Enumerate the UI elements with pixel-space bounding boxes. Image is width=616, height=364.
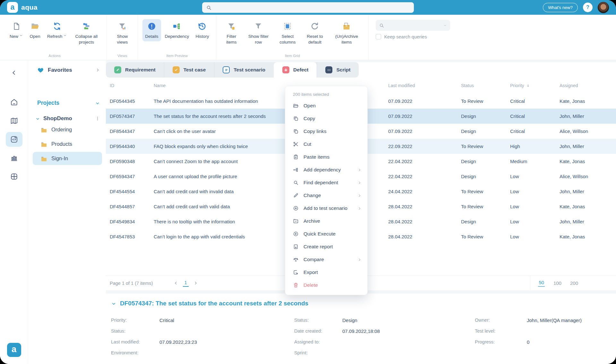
menu-item-change[interactable]: Change: [285, 189, 367, 202]
field-label: Environment:: [111, 350, 159, 355]
tree-folder-sign-in[interactable]: Sign-In: [33, 152, 102, 165]
cell-status: Design: [461, 128, 510, 134]
cell-priority: Low: [510, 174, 560, 179]
tree-folder-ordering[interactable]: Ordering: [33, 123, 102, 136]
keep-search-queries-checkbox[interactable]: [376, 34, 381, 39]
tab-test-scenario[interactable]: Test scenario: [214, 62, 274, 78]
scissors-icon: [293, 141, 299, 147]
rail-item-reports[interactable]: [6, 151, 22, 165]
copy-icon: [293, 116, 299, 121]
rail-item-dashboard[interactable]: [6, 169, 22, 184]
favorites-row[interactable]: Favorites: [33, 67, 102, 73]
select-columns-button[interactable]: Select columns: [275, 19, 300, 47]
chevron-down-icon[interactable]: [111, 301, 116, 306]
menu-item-add-dependency[interactable]: Add dependency: [285, 163, 367, 176]
detail-title-row[interactable]: DF0574347: The set status for the accoun…: [111, 300, 616, 307]
prev-page-button[interactable]: [174, 281, 178, 285]
field-label: Date created:: [294, 328, 342, 334]
chevron-down-icon[interactable]: [443, 23, 447, 27]
collapse-projects-icon: [82, 21, 91, 31]
column-header-last-modified[interactable]: Last modified: [388, 83, 461, 88]
cell-priority: Low: [510, 219, 560, 224]
page-size-selector: 50 100 200: [530, 276, 616, 290]
rail-item-home[interactable]: [6, 95, 22, 110]
menu-item-delete[interactable]: Delete: [285, 279, 367, 292]
new-button[interactable]: New: [7, 19, 25, 41]
ribbon-search-group: Keep search queries: [369, 15, 450, 60]
grid-search-input[interactable]: [376, 20, 450, 31]
menu-item-export[interactable]: Export: [285, 266, 367, 279]
tab-defect[interactable]: Defect: [274, 62, 317, 78]
field-label: Progress:: [475, 339, 527, 344]
chevron-down-icon[interactable]: [35, 116, 40, 121]
keep-search-queries[interactable]: Keep search queries: [376, 34, 427, 39]
ribbon-group-label: Views: [107, 54, 138, 58]
global-search-input[interactable]: [202, 2, 414, 13]
dependency-button[interactable]: Dependency: [162, 19, 192, 41]
kebab-menu-icon[interactable]: [95, 116, 100, 121]
help-button[interactable]: ?: [583, 3, 593, 12]
menu-item-copy-links[interactable]: Copy links: [285, 125, 367, 138]
details-button[interactable]: Details: [142, 19, 161, 41]
menu-item-paste[interactable]: Paste items: [285, 151, 367, 163]
reset-to-default-button[interactable]: Reset to default: [302, 19, 328, 47]
show-filter-row-button[interactable]: Show filter row: [243, 19, 273, 47]
cell-priority: Low: [510, 204, 560, 209]
item-code-icon: [10, 135, 18, 144]
rail-item-items[interactable]: [6, 132, 22, 147]
cell-modified: 07.09.2022: [388, 113, 461, 119]
details-icon: [147, 21, 156, 31]
tab-script[interactable]: Script: [317, 62, 359, 78]
test-case-icon: [173, 66, 180, 73]
tab-test-case[interactable]: Test case: [164, 62, 214, 78]
page-size-100[interactable]: 100: [553, 280, 561, 286]
cell-assigned: Kate, Jonas: [560, 234, 616, 239]
detail-title: DF0574347: The set status for the accoun…: [120, 300, 308, 307]
unarchive-items-button[interactable]: (Un)Archive items: [329, 19, 364, 47]
requirement-icon: [114, 66, 121, 73]
menu-item-compare[interactable]: Compare: [285, 253, 367, 266]
page-number[interactable]: 1: [183, 279, 189, 287]
tree-folder-products[interactable]: Products: [33, 137, 102, 151]
menu-item-archive[interactable]: Archive: [285, 215, 367, 228]
rail-item-map[interactable]: [6, 113, 22, 128]
menu-item-add-to-test-scenario[interactable]: Add to test scenario: [285, 202, 367, 215]
column-header-id[interactable]: ID: [110, 83, 154, 88]
menu-item-open[interactable]: Open: [285, 99, 367, 112]
whats-new-button[interactable]: What's new?: [543, 3, 578, 12]
ribbon-group-label: Item Grid: [216, 54, 368, 58]
menu-item-cut[interactable]: Cut: [285, 138, 367, 151]
next-page-button[interactable]: [193, 281, 198, 285]
column-header-assigned[interactable]: Assigned: [560, 83, 616, 88]
menu-item-create-report[interactable]: Create report: [285, 240, 367, 253]
tab-requirement[interactable]: Requirement: [106, 62, 164, 78]
grid-icon: [10, 172, 18, 181]
field-value: 07.09.2022,23:23: [159, 339, 197, 345]
cell-modified: 24.04.2022: [388, 189, 461, 194]
user-avatar[interactable]: [598, 2, 609, 13]
show-views-button[interactable]: Show views: [111, 19, 133, 47]
projects-header[interactable]: Projects: [33, 100, 102, 106]
icon-rail: a: [0, 60, 28, 364]
menu-item-copy[interactable]: Copy: [285, 112, 367, 125]
menu-item-find-dependent[interactable]: Find dependent: [285, 176, 367, 189]
menu-item-quick-execute[interactable]: Quick Execute: [285, 228, 367, 240]
tree-node-shopdemo[interactable]: ShopDemo: [33, 115, 102, 122]
column-header-priority[interactable]: Priority: [510, 83, 560, 88]
chevron-left-icon: [11, 69, 18, 76]
collapse-all-projects-button[interactable]: Collapse all projects: [71, 19, 102, 47]
filter-items-button[interactable]: Filter items: [221, 19, 242, 47]
cell-status: Design: [461, 174, 510, 179]
cell-id: DF9544340: [110, 144, 154, 149]
history-button[interactable]: History: [193, 19, 211, 41]
detail-column-2: Status:Design Date created:07.09.2022,18…: [294, 315, 475, 358]
open-button[interactable]: Open: [27, 19, 43, 41]
field-label: Assigned to:: [294, 339, 342, 344]
grid-search-field[interactable]: [387, 23, 441, 28]
refresh-button[interactable]: Refresh: [45, 19, 69, 41]
chevron-right-icon: [357, 258, 362, 262]
collapse-panel-button[interactable]: [6, 65, 22, 80]
page-size-50[interactable]: 50: [538, 279, 545, 287]
page-size-200[interactable]: 200: [570, 280, 578, 286]
column-header-status[interactable]: Status: [461, 83, 510, 88]
